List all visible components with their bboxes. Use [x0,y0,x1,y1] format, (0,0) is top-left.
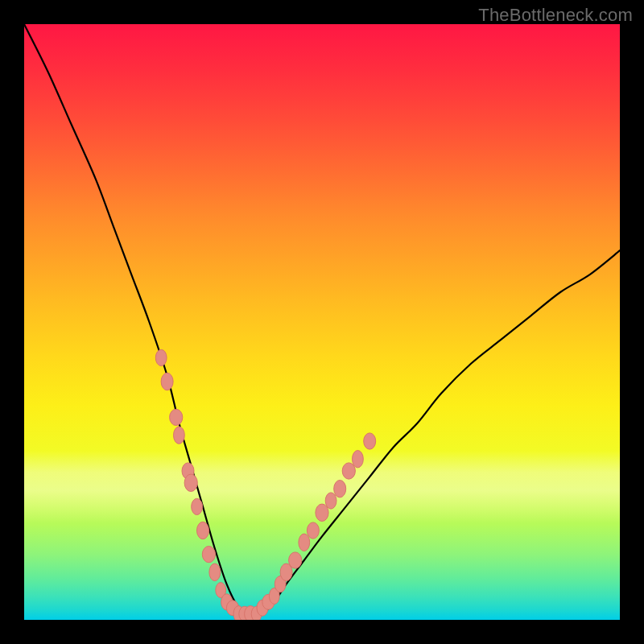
curve-marker [155,349,167,365]
curve-marker [184,474,197,491]
curve-marker [192,498,203,514]
curve-marker [299,534,310,551]
curve-marker [307,522,319,539]
chart-overlay [24,24,620,620]
curve-marker [174,427,185,444]
watermark-text: TheBottleneck.com [478,5,633,26]
curve-marker [342,463,355,479]
curve-marker [353,450,364,467]
curve-marker [170,409,183,425]
curve-marker [334,480,346,497]
curve-marker [316,504,328,521]
curve-marker [161,373,173,390]
curve-marker [289,552,302,568]
curve-marker [209,564,221,580]
curve-marker [325,493,336,509]
curve-marker [364,433,376,449]
curve-marker [197,522,209,539]
curve-markers [155,349,375,620]
outer-frame: TheBottleneck.com [0,0,644,644]
bottleneck-curve [24,24,620,620]
curve-marker [202,546,215,562]
plot-area [24,24,620,620]
